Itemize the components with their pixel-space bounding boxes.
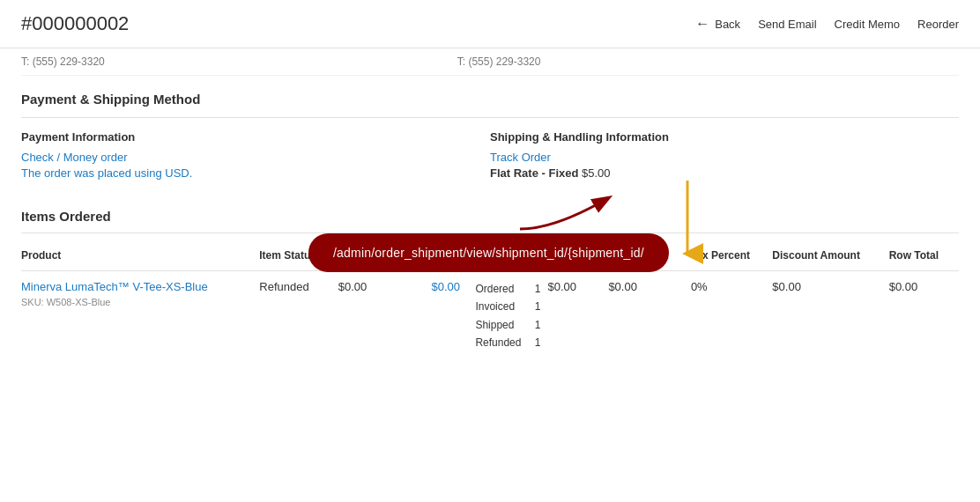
reorder-button[interactable]: Reorder	[917, 18, 959, 31]
payment-shipping-header: Payment & Shipping Method	[21, 76, 959, 118]
qty-refunded-label: Refunded	[475, 334, 521, 351]
phone-right: T: (555) 229-3320	[457, 55, 541, 68]
back-button[interactable]: ← Back	[695, 16, 740, 32]
payment-method: Check / Money order	[21, 151, 490, 164]
shipping-info-col: Shipping & Handling Information Track Or…	[490, 130, 959, 182]
table-row: Minerva LumaTech™ V-Tee-XS-Blue SKU: W50…	[21, 271, 959, 356]
items-ordered-header: Items Ordered	[21, 200, 959, 233]
main-content: T: (555) 229-3320 T: (555) 229-3320 Paym…	[0, 48, 980, 356]
qty-invoiced-val: 1	[535, 298, 541, 315]
cell-subtotal: $0.00	[548, 271, 609, 356]
phone-left: T: (555) 229-3320	[21, 55, 105, 68]
tooltip-text: /admin/order_shipment/view/shipment_id/{…	[333, 246, 644, 260]
arrow-left-icon: ←	[695, 16, 709, 32]
shipping-rate-name: Flat Rate - Fixed	[490, 166, 578, 180]
back-label: Back	[715, 18, 740, 31]
cell-tax-amount: $0.00	[608, 271, 691, 356]
tooltip-overlay: /admin/order_shipment/view/shipment_id/{…	[308, 233, 669, 272]
qty-shipped-label: Shipped	[475, 316, 514, 334]
phone-row: T: (555) 229-3320 T: (555) 229-3320	[21, 48, 959, 76]
payment-info-col: Payment Information Check / Money order …	[21, 130, 490, 182]
qty-invoiced-row: Invoiced 1	[475, 298, 540, 315]
cell-product: Minerva LumaTech™ V-Tee-XS-Blue SKU: W50…	[21, 271, 259, 356]
payment-info-label: Payment Information	[21, 130, 490, 144]
qty-shipped-row: Shipped 1	[475, 316, 540, 334]
product-sku: SKU: W508-XS-Blue	[21, 297, 252, 307]
shipping-rate: Flat Rate - Fixed $5.00	[490, 166, 959, 180]
orange-arrow-annotation	[661, 176, 714, 264]
qty-refunded-row: Refunded 1	[475, 334, 540, 351]
send-email-button[interactable]: Send Email	[758, 18, 816, 31]
cell-tax-percent: 0%	[691, 271, 772, 356]
cell-item-status: Refunded	[259, 271, 338, 356]
col-product: Product	[21, 240, 259, 271]
cell-discount-amount: $0.00	[772, 271, 888, 356]
page-title: #000000002	[21, 12, 129, 35]
qty-ordered-label: Ordered	[475, 280, 514, 298]
shipping-info-label: Shipping & Handling Information	[490, 130, 959, 144]
page-header: #000000002 ← Back Send Email Credit Memo…	[0, 0, 980, 48]
qty-shipped-val: 1	[535, 316, 541, 334]
shipping-rate-amount: $5.00	[582, 166, 611, 180]
qty-ordered-row: Ordered 1	[475, 280, 540, 298]
qty-ordered-val: 1	[535, 280, 541, 298]
cell-original-price: $0.00	[338, 271, 432, 356]
cell-price: $0.00	[432, 271, 476, 356]
header-actions: ← Back Send Email Credit Memo Reorder	[695, 16, 959, 32]
cell-row-total: $0.00	[889, 271, 959, 356]
product-name-link[interactable]: Minerva LumaTech™ V-Tee-XS-Blue	[21, 280, 208, 293]
payment-shipping-cols: Payment Information Check / Money order …	[21, 130, 959, 182]
col-discount-amount: Discount Amount	[772, 240, 888, 271]
qty-refunded-val: 1	[535, 334, 541, 351]
cell-qty: Ordered 1 Invoiced 1 Shipped 1 Refunde	[475, 271, 547, 356]
track-order-link[interactable]: Track Order	[490, 151, 551, 164]
col-row-total: Row Total	[889, 240, 959, 271]
qty-invoiced-label: Invoiced	[475, 298, 515, 315]
payment-currency-note: The order was placed using USD.	[21, 166, 490, 180]
credit-memo-button[interactable]: Credit Memo	[835, 18, 900, 31]
